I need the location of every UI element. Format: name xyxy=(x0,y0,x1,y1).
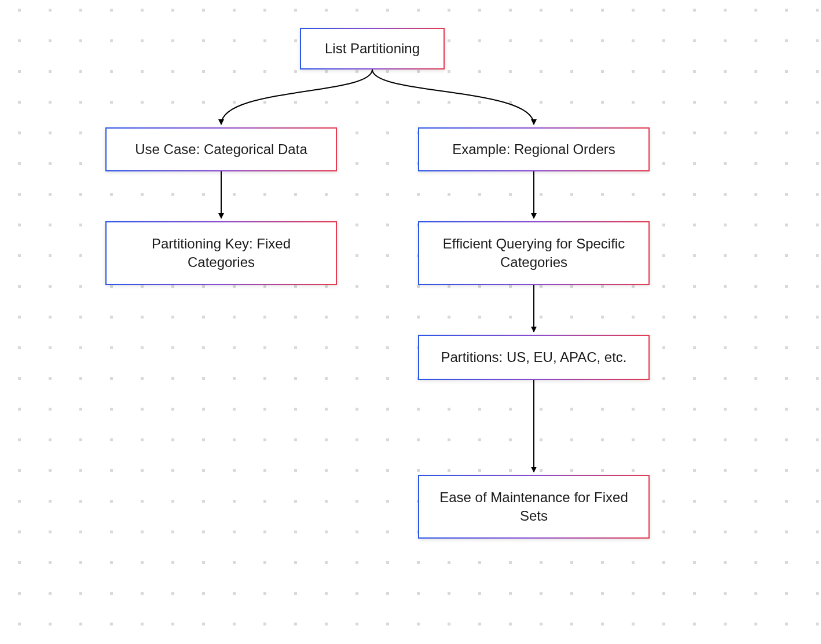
node-partitions[interactable]: Partitions: US, EU, APAC, etc. xyxy=(418,335,650,380)
node-label: Ease of Maintenance for Fixed Sets xyxy=(431,488,637,526)
node-label: Partitioning Key: Fixed Categories xyxy=(118,235,324,272)
node-root[interactable]: List Partitioning xyxy=(300,28,445,69)
node-label: List Partitioning xyxy=(325,39,420,58)
node-label: Partitions: US, EU, APAC, etc. xyxy=(441,348,627,367)
node-querying[interactable]: Efficient Querying for Specific Categori… xyxy=(418,221,650,285)
node-example[interactable]: Example: Regional Orders xyxy=(418,127,650,171)
node-label: Example: Regional Orders xyxy=(452,140,615,159)
diagram-canvas: List Partitioning Use Case: Categorical … xyxy=(0,0,821,644)
node-label: Efficient Querying for Specific Categori… xyxy=(431,235,637,272)
diagram-edges xyxy=(0,0,821,644)
edge-root-to-example xyxy=(372,69,534,125)
node-maintenance[interactable]: Ease of Maintenance for Fixed Sets xyxy=(418,475,650,539)
node-usecase[interactable]: Use Case: Categorical Data xyxy=(105,127,337,171)
node-label: Use Case: Categorical Data xyxy=(135,140,307,159)
node-key[interactable]: Partitioning Key: Fixed Categories xyxy=(105,221,337,285)
edge-root-to-usecase xyxy=(221,69,372,125)
